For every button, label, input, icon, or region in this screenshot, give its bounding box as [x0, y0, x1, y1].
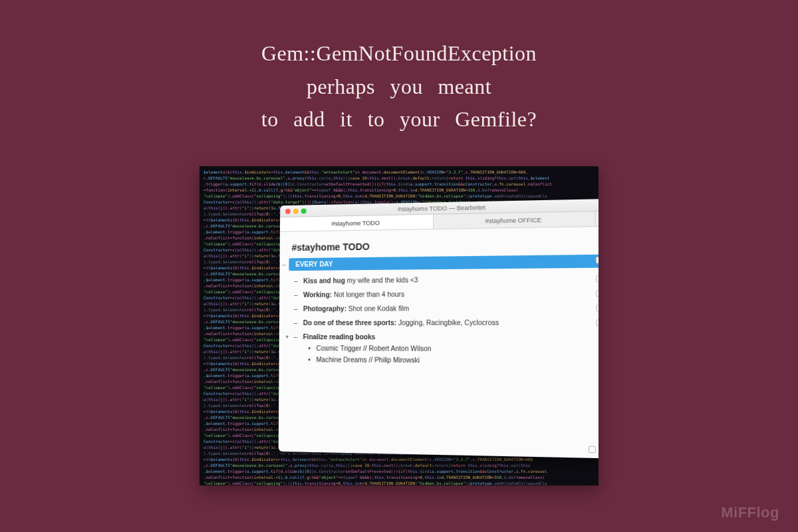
item-bold: Kiss and hug	[303, 277, 345, 285]
item-rest: Shot one Kodak film	[346, 305, 409, 312]
list-item[interactable]: Kiss and hug my wife and the kids <3	[303, 275, 598, 285]
headline-line-2: perhaps you meant	[0, 70, 798, 104]
bullet-item[interactable]: Machine Dreams // Philip Mirowski	[316, 356, 598, 365]
tab-todo[interactable]: #stayhome TODO	[280, 215, 434, 231]
caret-down-icon[interactable]: ▾	[286, 334, 289, 340]
sub-heading-label: Finalize reading books	[303, 333, 376, 340]
headline-line-3: to add it to your Gemfile?	[0, 103, 798, 136]
document-area[interactable]: #stayhome TODO EVERY DAY Kiss and hug my…	[279, 227, 598, 376]
headline-line-1: Gem::GemNotFoundException	[0, 37, 798, 70]
screenshot-photo: $elementa(b)this.$indicators=this.$eleme…	[200, 166, 598, 485]
item-rest: my wife and the kids <3	[345, 276, 418, 284]
section-label: EVERY DAY	[295, 261, 332, 269]
item-bold: Working:	[303, 291, 332, 299]
section-every-day[interactable]: EVERY DAY	[289, 255, 598, 271]
item-rest: Not longer than 4 hours	[332, 291, 404, 299]
document-title: #stayhome TODO	[292, 238, 598, 253]
item-bold: Photography:	[303, 305, 346, 313]
item-checkbox[interactable]	[597, 319, 598, 327]
item-checkbox[interactable]	[596, 305, 598, 312]
item-rest: Jogging, Racingbike, Cyclocross	[396, 319, 499, 327]
headline-block: Gem::GemNotFoundException perhaps you me…	[0, 0, 798, 136]
item-bold: Do one of these three sports:	[303, 319, 397, 327]
editor-window: #stayhome TODO — Bearbeitet #stayhome TO…	[279, 199, 598, 459]
list-item[interactable]: Do one of these three sports: Jogging, R…	[303, 319, 598, 327]
item-checkbox[interactable]	[596, 290, 598, 297]
new-tab-button[interactable]: +	[595, 211, 598, 226]
item-checkbox[interactable]	[596, 275, 598, 283]
editor-footer-controls: ⊕	[589, 444, 598, 454]
list-item[interactable]: Photography: Shot one Kodak film	[303, 304, 598, 313]
list-item[interactable]: Working: Not longer than 4 hours	[303, 289, 598, 299]
section-checkbox[interactable]	[596, 257, 598, 264]
watermark: MiFFlog	[721, 504, 779, 521]
footer-checkbox-icon[interactable]	[589, 446, 596, 453]
bullet-item[interactable]: Cosmic Trigger // Robert Anton Wilson	[316, 344, 598, 353]
tab-office[interactable]: #stayhome OFFICE	[434, 211, 595, 229]
sub-heading[interactable]: ▾ Finalize reading books	[303, 333, 598, 341]
